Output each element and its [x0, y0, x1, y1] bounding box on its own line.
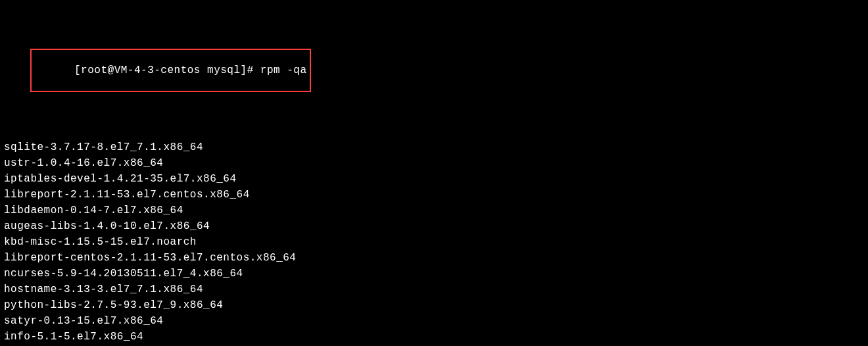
package-line: libreport-2.1.11-53.el7.centos.x86_64	[4, 187, 864, 203]
package-line: sqlite-3.7.17-8.el7_7.1.x86_64	[4, 139, 864, 155]
package-line: satyr-0.13-15.el7.x86_64	[4, 313, 864, 329]
package-line: ustr-1.0.4-16.el7.x86_64	[4, 155, 864, 171]
package-line: libdaemon-0.14-7.el7.x86_64	[4, 203, 864, 218]
package-line: ncurses-5.9-14.20130511.el7_4.x86_64	[4, 266, 864, 282]
package-line: kbd-misc-1.15.5-15.el7.noarch	[4, 234, 864, 250]
package-line: libreport-centos-2.1.11-53.el7.centos.x8…	[4, 250, 864, 266]
highlighted-command-box: [root@VM-4-3-centos mysql]# rpm -qa	[30, 49, 310, 92]
package-line: info-5.1-5.el7.x86_64	[4, 329, 864, 345]
terminal-window[interactable]: [root@VM-4-3-centos mysql]# rpm -qa sqli…	[4, 1, 864, 346]
package-line: hostname-3.13-3.el7_7.1.x86_64	[4, 282, 864, 297]
package-line: iptables-devel-1.4.21-35.el7.x86_64	[4, 171, 864, 187]
command-line-row: [root@VM-4-3-centos mysql]# rpm -qa	[4, 33, 864, 108]
shell-prompt: [root@VM-4-3-centos mysql]#	[74, 64, 260, 76]
package-line: python-libs-2.7.5-93.el7_9.x86_64	[4, 297, 864, 313]
package-line: augeas-libs-1.4.0-10.el7.x86_64	[4, 218, 864, 234]
command-output: sqlite-3.7.17-8.el7_7.1.x86_64ustr-1.0.4…	[4, 139, 864, 346]
entered-command: rpm -qa	[260, 64, 307, 76]
